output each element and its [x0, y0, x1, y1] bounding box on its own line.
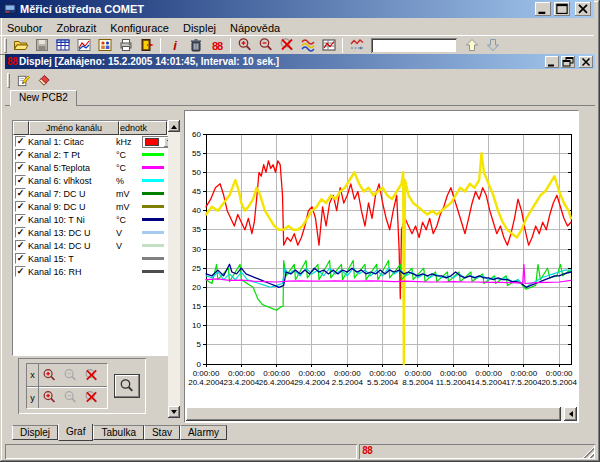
channel-checkbox[interactable]: ✓: [15, 266, 26, 277]
open-file-button[interactable]: [10, 36, 31, 54]
svg-text:0:00:00: 0:00:00: [334, 369, 361, 378]
table-graph-button[interactable]: [318, 36, 339, 54]
svg-text:45: 45: [192, 187, 201, 196]
curves-button[interactable]: [297, 36, 318, 54]
zoom-out-button[interactable]: [255, 36, 276, 54]
tab-graf[interactable]: Graf: [58, 424, 93, 441]
menu-item[interactable]: Displej: [176, 21, 223, 35]
child-close-button[interactable]: [579, 56, 593, 68]
tab-tabulka[interactable]: Tabulka: [93, 425, 143, 440]
child-restore-button[interactable]: [561, 56, 575, 68]
tab-new-pcb2[interactable]: New PCB2: [10, 90, 77, 106]
zoom-row-x: x: [27, 364, 107, 386]
channel-row[interactable]: ✓Kanal 7: DC UmV: [13, 187, 167, 200]
channel-row[interactable]: ✓Kanal 14: DC UV: [13, 239, 167, 252]
channel-checkbox[interactable]: ✓: [15, 149, 26, 160]
chart-svg: 0510152025303540455055600:00:0020.4.2004…: [186, 112, 577, 408]
tab-displej[interactable]: Displej: [12, 425, 58, 440]
print-button[interactable]: [115, 36, 136, 54]
channel-color-cell: [142, 179, 167, 182]
tab-stav[interactable]: Stav: [144, 425, 180, 440]
save-button[interactable]: [31, 36, 52, 54]
scroll-left-icon[interactable]: [564, 407, 577, 421]
channel-row[interactable]: ✓Kanal 2: T Pt°C: [13, 148, 167, 161]
menu-item[interactable]: Nápověda: [223, 21, 287, 35]
channel-name: Kanal 13: DC U: [28, 228, 116, 238]
channel-checkbox[interactable]: ✓: [15, 214, 26, 225]
channel-unit: °C: [116, 150, 142, 160]
svg-text:0:00:00: 0:00:00: [546, 369, 573, 378]
scrollbar-thumb[interactable]: [186, 407, 561, 421]
menu-item[interactable]: Zobrazit: [49, 21, 103, 35]
edit-button[interactable]: [13, 72, 33, 89]
graph-view-button[interactable]: [73, 36, 94, 54]
header-unit-col[interactable]: ednotk: [119, 121, 167, 135]
channel-row[interactable]: ✓Kanal 9: DC UmV: [13, 200, 167, 213]
maximize-button[interactable]: [554, 2, 570, 16]
menu-item[interactable]: Konfigurace: [103, 21, 176, 35]
table-view-button[interactable]: [52, 36, 73, 54]
channel-row[interactable]: ✓Kanal 16: RH: [13, 265, 167, 278]
channel-unit: kHz: [116, 137, 142, 147]
channel-rows: ✓Kanal 1: CitackHz✓Kanal 2: T Pt°C✓Kanal…: [13, 135, 167, 278]
svg-text:20: 20: [192, 283, 201, 292]
delete-button[interactable]: [185, 36, 206, 54]
minimize-button[interactable]: [535, 2, 551, 16]
child-minimize-button[interactable]: [545, 56, 559, 68]
app-icon: [3, 2, 17, 16]
channel-checkbox[interactable]: ✓: [15, 253, 26, 264]
svg-text:50: 50: [192, 168, 201, 177]
channel-checkbox[interactable]: ✓: [15, 201, 26, 212]
zoom-select-button[interactable]: [114, 374, 140, 398]
zoom-in-y-button[interactable]: [39, 389, 60, 407]
channel-color-cell: [142, 153, 167, 156]
zoom-in-x-button[interactable]: [39, 366, 60, 384]
channel-checkbox[interactable]: ✓: [15, 162, 26, 173]
zoom-axis-label: y: [27, 387, 39, 408]
channel-color-line: [142, 218, 164, 221]
info-button[interactable]: i: [164, 36, 185, 54]
header-name-col[interactable]: Jméno kanálu: [29, 121, 119, 135]
display-88-button[interactable]: 88: [206, 36, 227, 54]
channel-color-line: [142, 179, 164, 182]
channel-color-line: [142, 192, 164, 195]
channel-table-header: Jméno kanálu ednotk: [13, 121, 167, 135]
scroll-down-icon[interactable]: [168, 406, 180, 418]
graph-small-button[interactable]: [346, 36, 367, 54]
display-toolbar-grip[interactable]: [7, 73, 10, 88]
display-toolbar: [5, 71, 595, 89]
svg-text:60: 60: [192, 130, 201, 139]
zoom-reset-x-button[interactable]: [81, 366, 102, 384]
channel-checkbox[interactable]: ✓: [15, 188, 26, 199]
channel-row[interactable]: ✓Kanal 15: T: [13, 252, 167, 265]
zoom-reset-y-button[interactable]: [81, 389, 102, 407]
tab-alarmy[interactable]: Alarmy: [180, 425, 227, 440]
zoom-panel: xy: [18, 358, 146, 414]
channel-row[interactable]: ✓Kanal 1: CitackHz: [13, 135, 167, 148]
exit-button[interactable]: [136, 36, 157, 54]
channel-checkbox[interactable]: ✓: [15, 136, 26, 147]
channel-checkbox[interactable]: ✓: [15, 240, 26, 251]
erase-button[interactable]: [33, 72, 53, 89]
resize-grip[interactable]: [582, 446, 594, 458]
channel-list-scrollbar[interactable]: [168, 120, 180, 418]
channel-row[interactable]: ✓Kanal 10: T Ni°C: [13, 213, 167, 226]
status-bar: 88: [5, 444, 595, 459]
channel-checkbox[interactable]: ✓: [15, 175, 26, 186]
channel-unit: %: [116, 176, 142, 186]
scroll-up-icon[interactable]: [168, 120, 180, 132]
zoom-in-button[interactable]: [234, 36, 255, 54]
toolbar-grip[interactable]: [4, 38, 7, 53]
channel-row[interactable]: ✓Kanal 6: vlhkost%: [13, 174, 167, 187]
menu-item[interactable]: Soubor: [0, 21, 49, 35]
setup-wizard-button[interactable]: [94, 36, 115, 54]
arrow-down-button[interactable]: [482, 36, 503, 54]
arrow-up-button[interactable]: [461, 36, 482, 54]
close-button[interactable]: [575, 2, 591, 16]
toolbar-search-input[interactable]: [371, 38, 457, 53]
channel-row[interactable]: ✓Kanal 13: DC UV: [13, 226, 167, 239]
channel-checkbox[interactable]: ✓: [15, 227, 26, 238]
chart-h-scrollbar[interactable]: [186, 407, 577, 421]
channel-row[interactable]: ✓Kanal 5:Teplota°C: [13, 161, 167, 174]
zoom-reset-button[interactable]: [276, 36, 297, 54]
